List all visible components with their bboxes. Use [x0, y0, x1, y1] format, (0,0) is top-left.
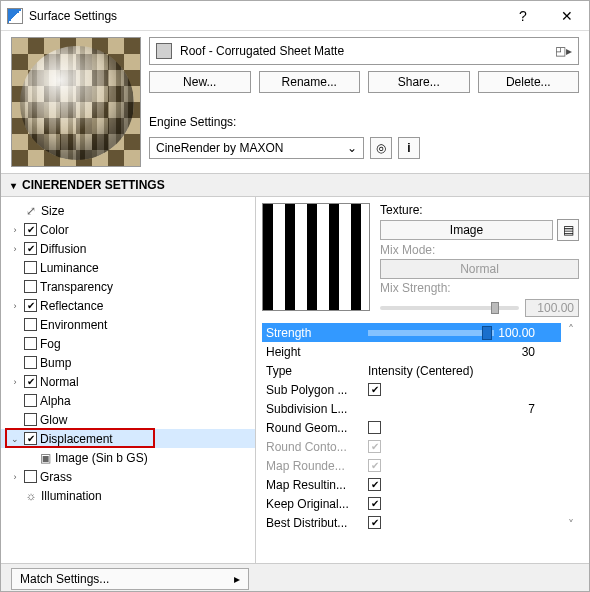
tree-luminance[interactable]: Luminance [1, 258, 255, 277]
checkbox-displacement[interactable] [24, 432, 37, 445]
chevron-down-icon: ⌄ [347, 141, 357, 155]
mixstrength-slider [380, 306, 519, 310]
mixstrength-label: Mix Strength: [380, 281, 579, 295]
tree-fog[interactable]: Fog [1, 334, 255, 353]
checkbox-bestdist[interactable] [368, 516, 381, 529]
prop-mapresult[interactable]: Map Resultin... [262, 475, 561, 494]
image-icon: ▣ [38, 451, 52, 465]
checkbox-environment[interactable] [24, 318, 37, 331]
tree-displacement-image[interactable]: ▣Image (Sin b GS) [1, 448, 255, 467]
engine-label: Engine Settings: [149, 115, 579, 129]
checkbox-reflectance[interactable] [24, 299, 37, 312]
checkbox-transparency[interactable] [24, 280, 37, 293]
collapse-icon: ▾ [11, 180, 16, 191]
engine-info-button[interactable]: i [398, 137, 420, 159]
tree-reflectance[interactable]: ›Reflectance [1, 296, 255, 315]
rename-button[interactable]: Rename... [259, 71, 361, 93]
tree-environment[interactable]: Environment [1, 315, 255, 334]
material-name-field[interactable]: Roof - Corrugated Sheet Matte ◰▸ [149, 37, 579, 65]
checkbox-roundcont [368, 440, 381, 453]
checkbox-grass[interactable] [24, 470, 37, 483]
mixmode-label: Mix Mode: [380, 243, 579, 257]
texture-browse-button[interactable]: ▤ [557, 219, 579, 241]
chevron-right-icon: ▸ [234, 572, 240, 586]
cinerender-section-header[interactable]: ▾ CINERENDER SETTINGS [1, 173, 589, 197]
material-settings-icon[interactable]: ◰▸ [555, 44, 572, 58]
prop-roundcont: Round Conto... [262, 437, 561, 456]
prop-bestdist[interactable]: Best Distribut... [262, 513, 561, 532]
checkbox-luminance[interactable] [24, 261, 37, 274]
tree-glow[interactable]: Glow [1, 410, 255, 429]
tree-transparency[interactable]: Transparency [1, 277, 255, 296]
checkbox-bump[interactable] [24, 356, 37, 369]
tree-grass[interactable]: ›Grass [1, 467, 255, 486]
channel-tree[interactable]: ⤢Size ›Color ›Diffusion Luminance Transp… [1, 197, 256, 563]
engine-target-button[interactable]: ◎ [370, 137, 392, 159]
tree-displacement[interactable]: ⌄Displacement [1, 429, 255, 448]
prop-mapround: Map Rounde... [262, 456, 561, 475]
tree-size[interactable]: ⤢Size [1, 201, 255, 220]
match-settings-button[interactable]: Match Settings... ▸ [11, 568, 249, 590]
prop-subpoly[interactable]: Sub Polygon ... [262, 380, 561, 399]
checkbox-normal[interactable] [24, 375, 37, 388]
tree-illumination[interactable]: ☼Illumination [1, 486, 255, 505]
checkbox-alpha[interactable] [24, 394, 37, 407]
panel-scrollbar[interactable]: ˄ ˅ [563, 323, 579, 532]
delete-button[interactable]: Delete... [478, 71, 580, 93]
prop-keeporig[interactable]: Keep Original... [262, 494, 561, 513]
checkbox-fog[interactable] [24, 337, 37, 350]
share-button[interactable]: Share... [368, 71, 470, 93]
tree-color[interactable]: ›Color [1, 220, 255, 239]
window-title: Surface Settings [29, 9, 501, 23]
engine-dropdown[interactable]: CineRender by MAXON ⌄ [149, 137, 364, 159]
close-button[interactable]: ✕ [545, 1, 589, 31]
prop-height[interactable]: Height 30 [262, 342, 561, 361]
prop-type[interactable]: Type Intensity (Centered) [262, 361, 561, 380]
mixstrength-value: 100.00 [525, 299, 579, 317]
scroll-up-icon[interactable]: ˄ [568, 323, 574, 337]
material-name-text: Roof - Corrugated Sheet Matte [180, 44, 344, 58]
tree-alpha[interactable]: Alpha [1, 391, 255, 410]
checkbox-keeporig[interactable] [368, 497, 381, 510]
help-button[interactable]: ? [501, 1, 545, 31]
checkbox-mapresult[interactable] [368, 478, 381, 491]
checkbox-color[interactable] [24, 223, 37, 236]
prop-subdiv[interactable]: Subdivision L... 7 [262, 399, 561, 418]
mixmode-button: Normal [380, 259, 579, 279]
material-preview [11, 37, 141, 167]
material-swatch-icon [156, 43, 172, 59]
checkbox-subpoly[interactable] [368, 383, 381, 396]
properties-panel: Texture: Image ▤ Mix Mode: Normal Mix St… [256, 197, 589, 563]
tree-normal[interactable]: ›Normal [1, 372, 255, 391]
new-button[interactable]: New... [149, 71, 251, 93]
prop-strength[interactable]: Strength 100.00 [262, 323, 561, 342]
checkbox-diffusion[interactable] [24, 242, 37, 255]
texture-label: Texture: [380, 203, 579, 217]
app-logo [7, 8, 23, 24]
prop-roundgeom[interactable]: Round Geom... [262, 418, 561, 437]
scroll-down-icon[interactable]: ˅ [568, 518, 574, 532]
illumination-icon: ☼ [24, 489, 38, 503]
engine-value: CineRender by MAXON [156, 141, 283, 155]
texture-type-button[interactable]: Image [380, 220, 553, 240]
tree-bump[interactable]: Bump [1, 353, 255, 372]
checkbox-mapround [368, 459, 381, 472]
checkbox-glow[interactable] [24, 413, 37, 426]
tree-diffusion[interactable]: ›Diffusion [1, 239, 255, 258]
texture-preview[interactable] [262, 203, 370, 311]
checkbox-roundgeom[interactable] [368, 421, 381, 434]
